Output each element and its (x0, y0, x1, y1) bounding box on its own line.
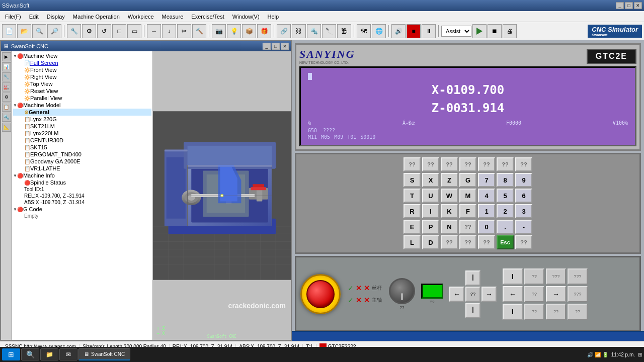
toolbar-tool8[interactable]: 🖨 (503, 24, 517, 38)
func-btn-6[interactable]: ?? (524, 304, 544, 320)
key-qq-3[interactable]: ?? (441, 157, 458, 171)
cnc-minimize-btn[interactable]: _ (263, 43, 271, 50)
toolbar-chain2[interactable]: ⛓ (292, 24, 306, 38)
toolbar-3d[interactable]: 🗺 (357, 24, 371, 38)
key-E[interactable]: E (404, 220, 421, 234)
rotary-knob[interactable] (389, 278, 415, 304)
close-button[interactable]: ✕ (634, 2, 642, 9)
taskbar-mail[interactable]: ✉ (59, 348, 77, 360)
green-indicator[interactable] (421, 284, 443, 299)
tree-front-view[interactable]: 🔆 Front View (13, 66, 151, 73)
key-7[interactable]: 7 (478, 173, 495, 187)
key-D[interactable]: D (422, 235, 439, 249)
tree-vr1lathe[interactable]: 📋 VR1-LATHE (13, 165, 151, 172)
key-I[interactable]: I (422, 204, 439, 218)
emergency-stop-button[interactable] (306, 280, 335, 308)
tree-parallel-view[interactable]: 🔆 Parallel View (13, 95, 151, 102)
key-F[interactable]: F (459, 204, 476, 218)
toolbar-stop[interactable]: ■ (407, 24, 421, 38)
jog-up[interactable]: I (465, 270, 480, 286)
taskbar-search[interactable]: 🔍 (21, 348, 39, 360)
toolbar-tool6[interactable]: 🔪 (322, 24, 336, 38)
key-N[interactable]: N (441, 220, 458, 234)
tree-spindle[interactable]: 🔴 Spindle Status (13, 179, 151, 186)
menu-exercise[interactable]: Exercise/Test (187, 13, 228, 21)
toolbar-3d2[interactable]: 🌐 (372, 24, 386, 38)
tree-gcode[interactable]: ▼ 🔴 G Code (13, 206, 151, 213)
toolbar-new[interactable]: 📄 (2, 24, 16, 38)
toolbar-zoom[interactable]: 🔍 (32, 24, 46, 38)
func-btn-7[interactable]: ?? (546, 304, 566, 320)
key-0[interactable]: 0 (478, 220, 495, 234)
key-qq-4[interactable]: ?? (459, 157, 476, 171)
key-qq-r6a[interactable]: ?? (441, 235, 458, 249)
func-btn-down1[interactable]: I (503, 304, 523, 320)
func-btn-mid[interactable]: ?? (524, 286, 544, 302)
menu-window[interactable]: Window(V) (228, 13, 264, 21)
menu-file[interactable]: File(F) (1, 13, 25, 21)
func-btn-4[interactable]: ??? (568, 268, 588, 285)
taskbar-file-explorer[interactable]: 📁 (40, 348, 58, 360)
key-qq-6[interactable]: ?? (497, 157, 514, 171)
menu-display[interactable]: Display (43, 13, 69, 21)
toolbar-tool3[interactable]: ✂ (177, 24, 191, 38)
key-qq-r5[interactable]: ?? (459, 220, 476, 234)
toolbar-arrow[interactable]: → (147, 24, 161, 38)
toolbar-open[interactable]: 📂 (17, 24, 31, 38)
taskbar-swansoft[interactable]: 🖥 SwanSoft CNC (78, 348, 130, 360)
func-btn-1[interactable]: I (503, 268, 523, 285)
tree-centur30d[interactable]: 📋 CENTUR30D (13, 137, 151, 144)
sidebar-icon-8[interactable]: 📐 (2, 123, 11, 132)
key-U[interactable]: U (422, 189, 439, 203)
key-S[interactable]: S (404, 173, 421, 187)
menu-help[interactable]: Help (264, 13, 283, 21)
tree-full-screen[interactable]: 📄 Full Screen (13, 59, 151, 66)
tree-lynx220lm[interactable]: 📋 Lynx220LM (13, 130, 151, 137)
sidebar-icon-2[interactable]: 📊 (2, 62, 11, 71)
func-btn-8[interactable]: ?? (568, 304, 588, 320)
tree-skt21lm[interactable]: 📋 SKT21LM (13, 123, 151, 130)
sidebar-icon-1[interactable]: ▶ (2, 52, 11, 61)
key-minus[interactable]: - (515, 220, 532, 234)
key-M[interactable]: M (459, 189, 476, 203)
key-qq-5[interactable]: ?? (478, 157, 495, 171)
tree-right-view[interactable]: 🔆 Right View (13, 73, 151, 80)
toolbar-stop2[interactable]: ⏹ (488, 24, 502, 38)
cnc-close-btn[interactable]: ✕ (281, 43, 289, 50)
key-9[interactable]: 9 (515, 173, 532, 187)
sidebar-icon-5[interactable]: ⚙ (2, 93, 11, 102)
key-1[interactable]: 1 (478, 204, 495, 218)
toolbar-cube2[interactable]: 🎁 (257, 24, 271, 38)
key-5[interactable]: 5 (497, 189, 514, 203)
menu-workpiece[interactable]: Workpiece (124, 13, 158, 21)
toolbar-settings[interactable]: ⚙ (82, 24, 96, 38)
sidebar-icon-3[interactable]: 🔧 (2, 72, 11, 81)
maximize-button[interactable]: □ (625, 2, 633, 9)
func-btn-5[interactable]: ??? (568, 286, 588, 302)
toolbar-pause[interactable]: ⏸ (422, 24, 436, 38)
key-qq-r6d[interactable]: ?? (515, 235, 532, 249)
key-P[interactable]: P (422, 220, 439, 234)
key-dot[interactable]: . (497, 220, 514, 234)
start-button[interactable]: ⊞ (2, 348, 20, 360)
func-btn-left[interactable]: ← (503, 286, 523, 302)
minimize-button[interactable]: _ (616, 2, 624, 9)
tree-reset-view[interactable]: 🔆 Reset View (13, 87, 151, 95)
toolbar-tool7[interactable]: 🗜 (337, 24, 351, 38)
key-K[interactable]: K (441, 204, 458, 218)
sidebar-icon-7[interactable]: 🔩 (2, 113, 11, 122)
jog-center[interactable]: ?? (465, 287, 480, 302)
toolbar-tool5[interactable]: 🔩 (307, 24, 321, 38)
tree-goodway[interactable]: 📋 Goodway GA 2000E (13, 158, 151, 165)
key-T[interactable]: T (404, 189, 421, 203)
key-qq-1[interactable]: ?? (404, 157, 421, 171)
key-W[interactable]: W (441, 189, 458, 203)
toolbar-cube[interactable]: 📦 (242, 24, 256, 38)
toolbar-search[interactable]: 🔎 (47, 24, 61, 38)
menu-edit[interactable]: Edit (25, 13, 43, 21)
key-6[interactable]: 6 (515, 189, 532, 203)
key-R[interactable]: R (404, 204, 421, 218)
toolbar-view2[interactable]: ▭ (127, 24, 141, 38)
menu-measure[interactable]: Measure (158, 13, 188, 21)
key-qq-r6b[interactable]: ?? (459, 235, 476, 249)
